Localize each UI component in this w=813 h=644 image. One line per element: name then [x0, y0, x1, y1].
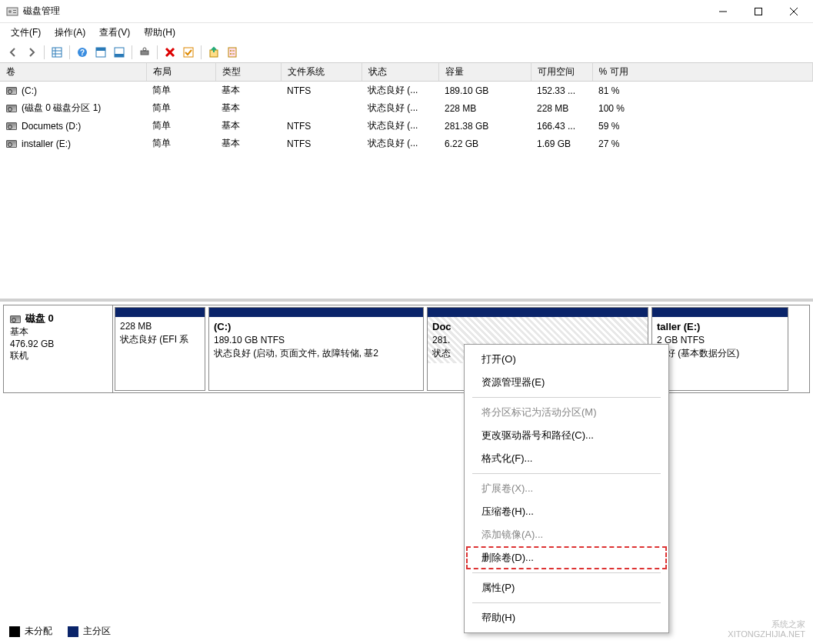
view-list-icon[interactable]	[48, 44, 65, 61]
svg-rect-17	[115, 54, 124, 57]
partition-stripe	[115, 308, 205, 317]
context-menu: 打开(O)资源管理器(E)将分区标记为活动分区(M)更改驱动器号和路径(C)..…	[464, 344, 669, 633]
view-bottom-icon[interactable]	[111, 44, 128, 61]
svg-rect-8	[52, 48, 62, 57]
disk-type: 基本	[10, 326, 28, 337]
context-menu-item[interactable]: 资源管理器(E)	[466, 371, 667, 394]
disk-icon	[10, 315, 21, 323]
svg-point-1	[8, 10, 12, 13]
partition-body: (C:)189.10 GB NTFS状态良好 (启动, 页面文件, 故障转储, …	[209, 317, 423, 363]
disk-row: 磁盘 0 基本 476.92 GB 联机 228 MB状态良好 (EFI 系(C…	[3, 305, 810, 393]
help-icon[interactable]: ?	[74, 44, 91, 61]
svg-point-19	[143, 48, 146, 51]
col-type[interactable]: 类型	[215, 63, 281, 82]
volume-icon	[6, 122, 17, 130]
context-menu-item: 扩展卷(X)...	[466, 477, 667, 500]
disk-header[interactable]: 磁盘 0 基本 476.92 GB 联机	[4, 305, 113, 392]
back-button[interactable]	[5, 44, 22, 61]
disk-state: 联机	[10, 350, 28, 361]
menu-file[interactable]: 文件(F)	[5, 25, 47, 41]
legend-unallocated: 未分配	[9, 625, 52, 638]
forward-button[interactable]	[23, 44, 40, 61]
table-row[interactable]: installer (E:)简单基本NTFS状态良好 (...6.22 GB1.…	[0, 135, 813, 152]
disk-name: 磁盘 0	[25, 312, 54, 324]
export-icon[interactable]	[205, 44, 222, 61]
menu-view[interactable]: 查看(V)	[93, 25, 136, 41]
table-row[interactable]: (C:)简单基本NTFS状态良好 (...189.10 GB152.33 ...…	[0, 82, 813, 100]
context-menu-item[interactable]: 属性(P)	[466, 576, 667, 599]
legend-primary: 主分区	[68, 625, 111, 638]
svg-rect-18	[141, 51, 148, 55]
toolbar: ?	[0, 42, 813, 63]
maximize-button[interactable]	[741, 0, 776, 23]
table-row[interactable]: (磁盘 0 磁盘分区 1)简单基本状态良好 (...228 MB228 MB10…	[0, 99, 813, 117]
context-menu-item[interactable]: 打开(O)	[466, 348, 667, 371]
context-menu-separator	[472, 473, 661, 474]
volumes-pane: 卷 布局 类型 文件系统 状态 容量 可用空间 % 可用 (C:)简单基本NTF…	[0, 63, 813, 302]
context-menu-separator	[472, 397, 661, 398]
col-volume[interactable]: 卷	[0, 63, 146, 82]
svg-rect-2	[13, 10, 16, 11]
toolbar-separator	[132, 45, 132, 59]
disk-size: 476.92 GB	[10, 339, 54, 349]
col-capacity[interactable]: 容量	[438, 63, 531, 82]
toolbar-separator	[44, 45, 45, 59]
context-menu-item[interactable]: 删除卷(D)...	[466, 546, 667, 569]
svg-point-25	[230, 50, 232, 52]
context-menu-item: 将分区标记为活动分区(M)	[466, 401, 667, 424]
context-menu-item[interactable]: 格式化(F)...	[466, 447, 667, 470]
window-title: 磁盘管理	[23, 5, 705, 18]
context-menu-item[interactable]: 帮助(H)	[466, 606, 667, 629]
partition-stripe	[428, 308, 648, 317]
partition-stripe	[652, 308, 788, 317]
view-top-icon[interactable]	[92, 44, 109, 61]
col-fs[interactable]: 文件系统	[281, 63, 362, 82]
menubar: 文件(F) 操作(A) 查看(V) 帮助(H)	[0, 23, 813, 42]
disk-partitions: 228 MB状态良好 (EFI 系(C:)189.10 GB NTFS状态良好 …	[113, 305, 809, 392]
properties-icon[interactable]	[224, 44, 241, 61]
menu-action[interactable]: 操作(A)	[48, 25, 92, 41]
svg-rect-5	[755, 8, 762, 15]
volume-icon	[6, 140, 17, 148]
toolbar-separator	[69, 45, 70, 59]
toolbar-separator	[157, 45, 158, 59]
legend: 未分配 主分区	[9, 625, 111, 638]
titlebar: 磁盘管理	[0, 0, 813, 23]
partition-stripe	[209, 308, 423, 317]
partition[interactable]: taller (E:)2 GB NTFS良好 (基本数据分区)	[651, 307, 788, 391]
col-layout[interactable]: 布局	[146, 63, 215, 82]
svg-text:?: ?	[80, 48, 85, 57]
context-menu-item[interactable]: 压缩卷(H)...	[466, 500, 667, 523]
table-row[interactable]: Documets (D:)简单基本NTFS状态良好 (...281.38 GB1…	[0, 117, 813, 135]
check-icon[interactable]	[180, 44, 197, 61]
app-icon	[6, 5, 18, 18]
minimize-button[interactable]	[705, 0, 741, 23]
swatch-black	[9, 626, 20, 637]
window-controls	[705, 0, 811, 23]
delete-icon[interactable]	[162, 44, 178, 61]
content: 卷 布局 类型 文件系统 状态 容量 可用空间 % 可用 (C:)简单基本NTF…	[0, 63, 813, 644]
volume-icon	[6, 87, 17, 95]
menu-help[interactable]: 帮助(H)	[138, 25, 182, 41]
svg-rect-22	[184, 48, 193, 57]
svg-rect-3	[13, 12, 16, 13]
context-menu-item[interactable]: 更改驱动器号和路径(C)...	[466, 424, 667, 447]
volume-icon	[6, 105, 17, 112]
col-free[interactable]: 可用空间	[531, 63, 592, 82]
svg-point-27	[230, 53, 232, 55]
partition[interactable]: 228 MB状态良好 (EFI 系	[115, 307, 205, 391]
col-pct[interactable]: % 可用	[592, 63, 813, 82]
partition-body: taller (E:)2 GB NTFS良好 (基本数据分区)	[652, 317, 788, 363]
col-status[interactable]: 状态	[362, 63, 438, 82]
context-menu-item: 添加镜像(A)...	[466, 523, 667, 546]
table-header-row: 卷 布局 类型 文件系统 状态 容量 可用空间 % 可用	[0, 63, 813, 82]
partition[interactable]: (C:)189.10 GB NTFS状态良好 (启动, 页面文件, 故障转储, …	[208, 307, 424, 391]
settings-icon[interactable]	[136, 44, 153, 61]
swatch-blue	[68, 626, 78, 637]
volumes-table: 卷 布局 类型 文件系统 状态 容量 可用空间 % 可用 (C:)简单基本NTF…	[0, 63, 813, 152]
close-button[interactable]	[776, 0, 811, 23]
context-menu-separator	[472, 572, 661, 573]
disks-pane: 磁盘 0 基本 476.92 GB 联机 228 MB状态良好 (EFI 系(C…	[0, 302, 813, 644]
toolbar-separator	[201, 45, 202, 59]
svg-rect-24	[228, 48, 236, 57]
